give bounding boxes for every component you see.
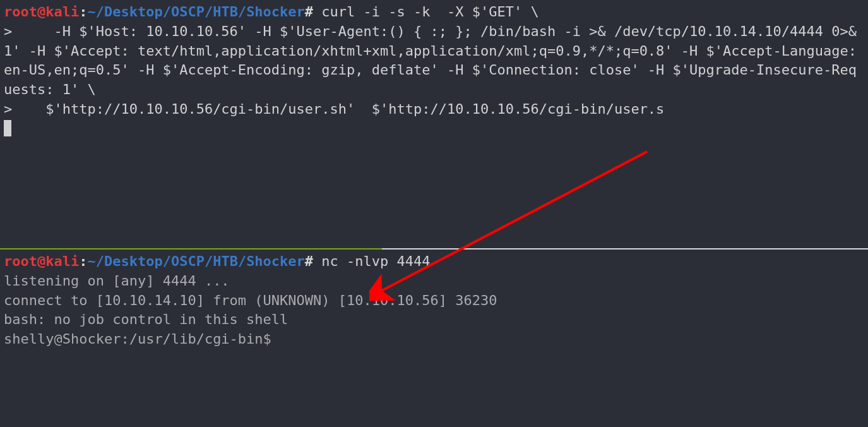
pane-divider[interactable] <box>0 248 868 250</box>
divider-active-segment <box>0 248 382 250</box>
prompt-path: ~/Desktop/OSCP/HTB/Shocker <box>87 4 304 20</box>
prompt-user-host: root@kali <box>4 253 79 269</box>
divider-inactive-segment <box>382 248 868 250</box>
prompt-user-host: root@kali <box>4 4 79 20</box>
terminal-pane-bottom[interactable]: root@kali:~/Desktop/OSCP/HTB/Shocker# nc… <box>0 250 868 427</box>
prompt-hash: # <box>305 4 313 20</box>
terminal-pane-top[interactable]: root@kali:~/Desktop/OSCP/HTB/Shocker# cu… <box>0 0 868 248</box>
prompt-path: ~/Desktop/OSCP/HTB/Shocker <box>87 253 304 269</box>
prompt-hash: # <box>305 253 313 269</box>
command-text: nc -nlvp 4444 <box>313 253 430 269</box>
prompt-separator: : <box>79 4 87 20</box>
terminal-output: listening on [any] 4444 ... connect to [… <box>4 273 497 347</box>
terminal-cursor <box>4 120 11 136</box>
command-text: curl -i -s -k -X $'GET' \ > -H $'Host: 1… <box>4 4 865 117</box>
prompt-separator: : <box>79 253 87 269</box>
